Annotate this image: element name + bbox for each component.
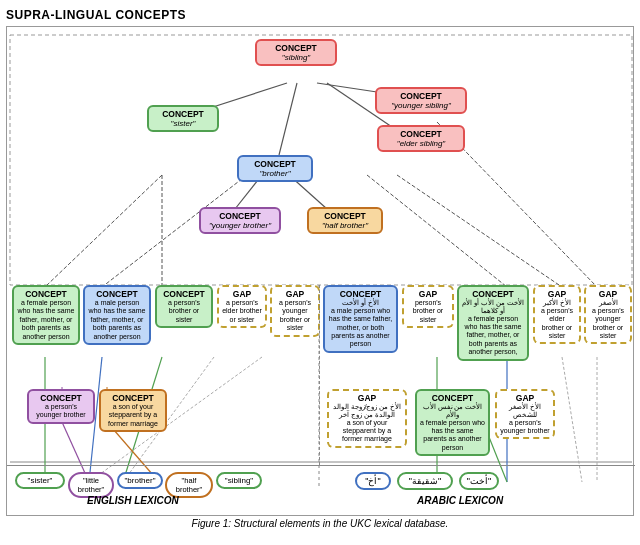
- svg-line-29: [367, 175, 507, 287]
- concept-half-brother: CONCEPT "half brother": [307, 207, 383, 234]
- concept-eng-younger-brother: CONCEPT a person's younger brother: [27, 389, 95, 424]
- word-brother: "brother": [117, 472, 163, 489]
- gap-arabic-sibling: GAP person's brother or sister: [402, 285, 454, 328]
- word-sister: "sister": [15, 472, 65, 489]
- caption: Figure 1: Structural elements in the UKC…: [6, 518, 634, 529]
- gap-arabic-younger: GAP الأصغر a person's younger brother or…: [584, 285, 632, 344]
- concept-brother: CONCEPT "brother": [237, 155, 313, 182]
- concept-male-person: CONCEPT a male person who has the same f…: [83, 285, 151, 345]
- main-container: SUPRA-LINGUAL CONCEPTS: [0, 0, 640, 535]
- concept-sibling: CONCEPT "sibling": [255, 39, 337, 66]
- gap-arabic-younger-brother: GAP الأخ الأصغر للشخص a person's younger…: [495, 389, 555, 439]
- concept-younger-sibling: CONCEPT "younger sibling": [375, 87, 467, 114]
- concept-sister: CONCEPT "sister": [147, 105, 219, 132]
- english-lexicon-label: ENGLISH LEXICON: [87, 495, 179, 506]
- svg-line-26: [45, 175, 162, 287]
- concept-persons-sibling: CONCEPT a person's brother or sister: [155, 285, 213, 328]
- gap-elder-sibling: GAP a person's elder brother or sister: [217, 285, 267, 328]
- concept-arabic-shaqeeqa: CONCEPT الأخت من نفس الأب والأم a female…: [415, 389, 490, 456]
- word-arabic-ukht: "أخت": [459, 472, 499, 490]
- diagram-area: CONCEPT "sibling" CONCEPT "younger sibli…: [6, 26, 634, 516]
- concept-arabic-male-sibling: CONCEPT الأخ أو الأخت a male person who …: [323, 285, 398, 353]
- bottom-divider: [7, 465, 635, 466]
- word-arabic-akh: "أخ": [355, 472, 391, 490]
- gap-younger-sibling: GAP a person's younger brother or sister: [270, 285, 320, 337]
- concept-younger-brother: CONCEPT "younger brother": [199, 207, 281, 234]
- gap-arabic-elder: GAP الأخ الأكبر a person's elder brother…: [533, 285, 581, 344]
- svg-rect-6: [10, 35, 632, 285]
- svg-line-30: [397, 175, 562, 287]
- diagram-lines: [7, 27, 633, 515]
- word-arabic-shaqeeqa: "شقيقة": [397, 472, 453, 490]
- section-divider: [319, 285, 320, 465]
- svg-line-3: [279, 83, 297, 155]
- concept-arabic-female-sibling: CONCEPT الأخت من الأب أو الأم أو كلاهما …: [457, 285, 529, 361]
- svg-line-21: [562, 357, 582, 482]
- arabic-lexicon-label: ARABIC LEXICON: [417, 495, 503, 506]
- page-title: SUPRA-LINGUAL CONCEPTS: [6, 8, 634, 22]
- concept-female-person: CONCEPT a female person who has the same…: [12, 285, 80, 345]
- concept-elder-sibling: CONCEPT "elder sibling": [377, 125, 465, 152]
- concept-eng-half-brother: CONCEPT a son of your stepparent by a fo…: [99, 389, 167, 432]
- word-sibling-eng: "sibling": [216, 472, 262, 489]
- gap-arabic-stepson: GAP الأخ من زوج/زوجة الوالد الوالدة من ز…: [327, 389, 407, 448]
